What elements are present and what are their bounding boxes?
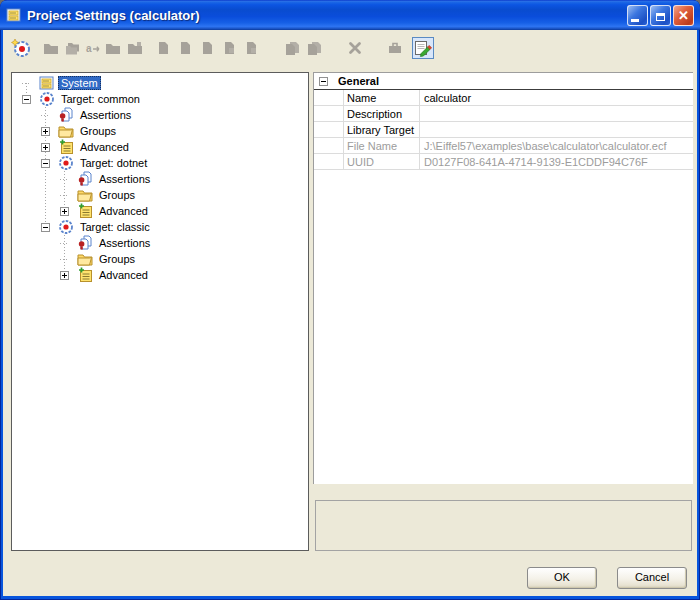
row-gutter <box>314 90 344 105</box>
document-icon <box>152 37 174 59</box>
window-notes-icon <box>6 7 22 23</box>
project-settings-dialog: Project Settings (calculator) ✕ <box>0 0 700 600</box>
maximize-icon <box>656 13 665 21</box>
tree-item-assertions[interactable]: Assertions <box>12 171 308 187</box>
assertions-icon <box>77 235 93 251</box>
target-icon <box>58 219 74 235</box>
titlebar[interactable]: Project Settings (calculator) ✕ <box>0 0 700 30</box>
close-button[interactable]: ✕ <box>673 5 694 26</box>
svg-text:a: a <box>86 43 92 54</box>
folder-icon <box>40 37 62 59</box>
tree-item-target-classic[interactable]: Target: classic <box>12 219 308 235</box>
tree-item-label: Assertions <box>96 172 153 186</box>
assertions-icon <box>58 107 74 123</box>
folder-icon <box>102 37 124 59</box>
tree-item-label: Advanced <box>96 268 151 282</box>
new-target-icon[interactable] <box>10 37 32 59</box>
close-icon: ✕ <box>674 6 693 25</box>
section-label: General <box>338 75 379 87</box>
tree-item-target-dotnet[interactable]: Target: dotnet <box>12 155 308 171</box>
expand-expander-icon[interactable] <box>60 207 69 216</box>
advanced-icon <box>77 203 93 219</box>
groups-folder-icon <box>77 187 93 203</box>
groups-folder-icon <box>77 251 93 267</box>
tree-item-target-common[interactable]: Target: common <box>12 91 308 107</box>
window-title: Project Settings (calculator) <box>27 8 200 23</box>
documents-pair-icon <box>282 37 304 59</box>
property-value-field[interactable]: calculator <box>420 90 693 105</box>
tree-item-label: Advanced <box>96 204 151 218</box>
groups-folder-icon <box>58 123 74 139</box>
tree-item-label: Target: classic <box>77 220 153 234</box>
expand-expander-icon[interactable] <box>41 143 50 152</box>
maximize-button[interactable] <box>650 5 671 26</box>
collapse-expander-icon[interactable] <box>41 159 50 168</box>
tree-item-label: System <box>58 76 101 90</box>
tree-item-label: Advanced <box>77 140 132 154</box>
property-label: Description <box>344 106 420 121</box>
property-row-file-name: File Name J:\Eiffel57\examples\base\calc… <box>314 138 693 154</box>
settings-tree: System Target: common <box>11 72 309 551</box>
property-value-field[interactable] <box>420 122 693 137</box>
ok-button[interactable]: OK <box>527 567 597 589</box>
tree-item-groups[interactable]: Groups <box>12 123 308 139</box>
collapse-expander-icon[interactable] <box>319 77 328 86</box>
collapse-expander-icon[interactable] <box>22 95 31 104</box>
cancel-button[interactable]: Cancel <box>617 567 687 589</box>
tree-guide-line <box>64 235 65 275</box>
tree-guide-line <box>64 171 65 211</box>
expand-expander-icon[interactable] <box>41 127 50 136</box>
advanced-icon <box>58 139 74 155</box>
tree-item-label: Groups <box>96 252 138 266</box>
property-value-readonly: D0127F08-641A-4714-9139-E1CDDF94C76F <box>420 154 693 169</box>
tree-item-label: Groups <box>96 188 138 202</box>
tree-item-label: Assertions <box>77 108 134 122</box>
tree-item-assertions[interactable]: Assertions <box>12 235 308 251</box>
document-icon <box>240 37 262 59</box>
property-row-library-target: Library Target <box>314 122 693 138</box>
minimize-icon <box>631 19 639 22</box>
briefcase-icon <box>384 37 406 59</box>
toolbar: a <box>3 30 697 66</box>
property-row-description: Description <box>314 106 693 122</box>
row-gutter <box>314 138 344 153</box>
tree-item-label: Target: dotnet <box>77 156 150 170</box>
tree-item-advanced[interactable]: Advanced <box>12 139 308 155</box>
document-icon <box>174 37 196 59</box>
advanced-icon <box>77 267 93 283</box>
folder-special-icon <box>124 37 146 59</box>
tree-item-system[interactable]: System <box>12 75 308 91</box>
tree-item-label: Assertions <box>96 236 153 250</box>
tree-item-groups[interactable]: Groups <box>12 187 308 203</box>
tree-item-label: Target: common <box>58 92 143 106</box>
tree-item-groups[interactable]: Groups <box>12 251 308 267</box>
documents-pair-icon <box>304 37 326 59</box>
tree-item-advanced[interactable]: Advanced <box>12 267 308 283</box>
property-label: File Name <box>344 138 420 153</box>
target-icon <box>39 91 55 107</box>
tree-item-assertions[interactable]: Assertions <box>12 107 308 123</box>
delete-x-icon <box>344 37 366 59</box>
expand-expander-icon[interactable] <box>60 271 69 280</box>
property-label: Library Target <box>344 122 420 137</box>
tree-item-advanced[interactable]: Advanced <box>12 203 308 219</box>
property-row-name: Name calculator <box>314 90 693 106</box>
property-value-field[interactable] <box>420 106 693 121</box>
properties-grid: General Name calculator Description Libr… <box>313 72 693 484</box>
section-header-general: General <box>314 73 693 90</box>
property-row-uuid: UUID D0127F08-641A-4714-9139-E1CDDF94C76… <box>314 154 693 170</box>
row-gutter <box>314 154 344 169</box>
row-gutter <box>314 106 344 121</box>
assertions-icon <box>77 171 93 187</box>
collapse-expander-icon[interactable] <box>41 223 50 232</box>
rename-icon: a <box>84 37 102 59</box>
property-label: UUID <box>344 154 420 169</box>
row-gutter <box>314 122 344 137</box>
target-icon <box>58 155 74 171</box>
description-panel <box>315 500 692 551</box>
folder-copy-icon <box>62 37 84 59</box>
system-icon <box>39 75 55 91</box>
minimize-button[interactable] <box>627 5 648 26</box>
document-icon <box>218 37 240 59</box>
edit-pencil-icon[interactable] <box>412 37 434 59</box>
